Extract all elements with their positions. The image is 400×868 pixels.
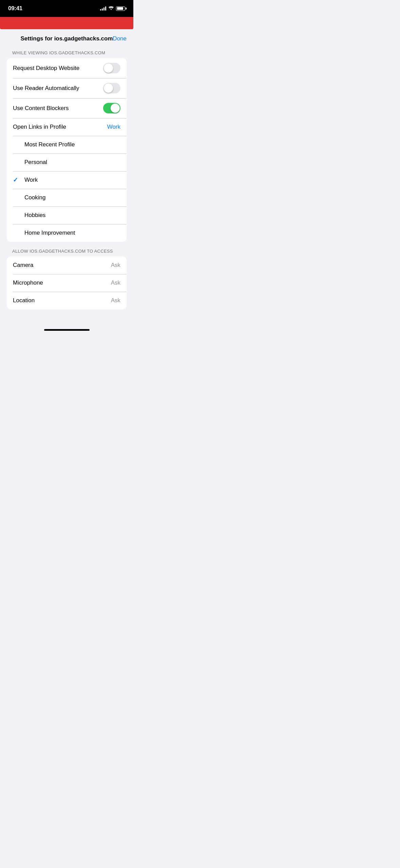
cooking-profile-row[interactable]: Cooking xyxy=(7,189,127,206)
use-reader-toggle[interactable] xyxy=(103,83,120,93)
battery-icon xyxy=(116,6,125,11)
hobbies-profile-label: Hobbies xyxy=(24,212,45,219)
status-time: 09:41 xyxy=(8,5,22,12)
header-title-text: Settings for ios.gadgethacks.com xyxy=(20,35,113,42)
use-reader-label: Use Reader Automatically xyxy=(13,85,79,92)
location-value: Ask xyxy=(111,297,120,304)
microphone-row[interactable]: Microphone Ask xyxy=(7,274,127,292)
personal-profile-row[interactable]: Personal xyxy=(7,153,127,171)
while-viewing-section-label: WHILE VIEWING IOS.GADGETHACKS.COM xyxy=(0,48,133,58)
signal-icon xyxy=(100,6,106,11)
camera-row[interactable]: Camera Ask xyxy=(7,256,127,274)
location-row[interactable]: Location Ask xyxy=(7,292,127,309)
home-bar xyxy=(44,329,90,331)
open-links-profile-value: Work xyxy=(107,124,120,130)
content-blockers-toggle[interactable] xyxy=(103,103,120,113)
microphone-label: Microphone xyxy=(13,279,43,286)
status-bar: 09:41 xyxy=(0,0,133,17)
wifi-icon xyxy=(108,6,114,11)
done-button[interactable]: Done xyxy=(113,35,127,42)
red-bar xyxy=(0,17,133,29)
content-blockers-row: Use Content Blockers xyxy=(7,98,127,118)
personal-profile-label: Personal xyxy=(24,159,47,166)
home-indicator xyxy=(0,326,133,336)
main-content: Settings for ios.gadgethacks.com Done WH… xyxy=(0,29,133,326)
allow-access-settings-group: Camera Ask Microphone Ask Location Ask xyxy=(7,256,127,309)
camera-label: Camera xyxy=(13,262,33,269)
use-reader-row: Use Reader Automatically xyxy=(7,78,127,98)
camera-value: Ask xyxy=(111,262,120,269)
status-icons xyxy=(100,6,125,11)
open-links-profile-label: Open Links in Profile xyxy=(13,124,66,130)
open-links-profile-row[interactable]: Open Links in Profile Work xyxy=(7,118,127,136)
home-improvement-profile-label: Home Improvement xyxy=(24,230,75,236)
microphone-value: Ask xyxy=(111,279,120,286)
location-label: Location xyxy=(13,297,35,304)
work-profile-row[interactable]: ✓ Work xyxy=(7,171,127,189)
page-header: Settings for ios.gadgethacks.com Done xyxy=(0,29,133,48)
work-checkmark-icon: ✓ xyxy=(13,176,20,184)
home-improvement-profile-row[interactable]: Home Improvement xyxy=(7,224,127,242)
cooking-profile-label: Cooking xyxy=(24,194,45,201)
content-blockers-label: Use Content Blockers xyxy=(13,105,69,112)
most-recent-profile-label: Most Recent Profile xyxy=(24,141,75,148)
request-desktop-label: Request Desktop Website xyxy=(13,65,79,72)
request-desktop-toggle[interactable] xyxy=(103,63,120,73)
hobbies-profile-row[interactable]: Hobbies xyxy=(7,206,127,224)
most-recent-profile-row[interactable]: Most Recent Profile xyxy=(7,136,127,153)
request-desktop-row: Request Desktop Website xyxy=(7,58,127,78)
allow-access-section-label: ALLOW IOS.GADGETHACKS.COM TO ACCESS xyxy=(0,246,133,256)
work-profile-label: Work xyxy=(24,177,38,183)
while-viewing-settings-group: Request Desktop Website Use Reader Autom… xyxy=(7,58,127,242)
header-title: Settings for ios.gadgethacks.com xyxy=(20,35,113,42)
